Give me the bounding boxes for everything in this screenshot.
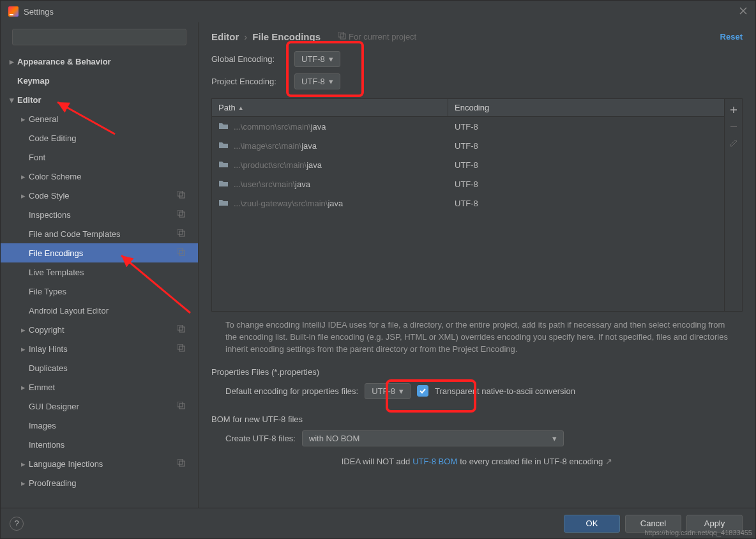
scope-icon <box>178 210 185 220</box>
tree-item-intentions[interactable]: Intentions <box>1 435 198 454</box>
tree-item-label: Language Injections <box>29 459 103 469</box>
scope-icon <box>178 191 185 201</box>
settings-tree[interactable]: ▸Appearance & BehaviorKeymap▾Editor▸Gene… <box>1 50 198 508</box>
tree-item-label: Emmet <box>29 383 55 392</box>
folder-icon <box>218 121 229 132</box>
svg-rect-6 <box>179 231 185 236</box>
chevron-down-icon: ▾ <box>329 77 333 86</box>
external-link-icon: ↗ <box>605 457 612 466</box>
tree-item-proofreading[interactable]: ▸Proofreading <box>1 473 198 492</box>
tree-item-duplicates[interactable]: Duplicates <box>1 358 198 377</box>
tree-item-label: Images <box>29 421 56 430</box>
remove-row-button[interactable] <box>726 118 741 135</box>
chevron-down-icon: ▾ <box>399 386 404 396</box>
tree-item-appearance-behavior[interactable]: ▸Appearance & Behavior <box>1 52 198 71</box>
tree-item-label: File Types <box>29 287 66 296</box>
tree-item-editor[interactable]: ▾Editor <box>1 90 198 109</box>
breadcrumb: Editor › File Encodings For current proj… <box>211 31 416 42</box>
tree-item-file-and-code-templates[interactable]: File and Code Templates <box>1 224 198 243</box>
bom-note: IDEA will NOT add UTF-8 BOM to every cre… <box>211 457 743 466</box>
tree-item-label: Font <box>29 153 45 162</box>
idea-logo-icon <box>8 6 19 17</box>
tree-item-label: Copyright <box>29 325 64 335</box>
native2ascii-checkbox[interactable] <box>417 385 428 397</box>
tree-item-keymap[interactable]: Keymap <box>1 71 198 90</box>
tree-item-color-scheme[interactable]: ▸Color Scheme <box>1 167 198 186</box>
tree-item-label: Inspections <box>29 210 71 220</box>
table-row[interactable]: ...\product\src\main\javaUTF-8 <box>212 155 724 174</box>
tree-item-emmet[interactable]: ▸Emmet <box>1 377 198 397</box>
tree-item-file-encodings[interactable]: File Encodings <box>1 243 198 262</box>
native2ascii-label: Transparent native-to-ascii conversion <box>435 386 575 396</box>
tree-item-font[interactable]: Font <box>1 148 198 167</box>
col-path[interactable]: Path ▲ <box>212 99 448 116</box>
tree-item-label: Live Templates <box>29 268 84 277</box>
scope-icon <box>178 325 185 335</box>
chevron-right-icon: ▸ <box>19 172 27 181</box>
svg-rect-13 <box>178 402 183 407</box>
chevron-right-icon: ▸ <box>19 459 27 469</box>
add-row-button[interactable] <box>726 102 741 118</box>
col-encoding[interactable]: Encoding <box>448 99 724 116</box>
tree-item-code-editing[interactable]: Code Editing <box>1 128 198 148</box>
chevron-down-icon: ▾ <box>329 54 333 64</box>
ok-button[interactable]: OK <box>564 515 620 533</box>
tree-item-code-style[interactable]: ▸Code Style <box>1 186 198 205</box>
tree-item-label: General <box>29 114 58 124</box>
chevron-right-icon: ▸ <box>7 57 16 66</box>
tree-item-general[interactable]: ▸General <box>1 109 198 128</box>
tree-item-label: File and Code Templates <box>29 229 121 239</box>
encoding-table[interactable]: ...\common\src\main\javaUTF-8...\image\s… <box>212 117 724 311</box>
tree-item-inspections[interactable]: Inspections <box>1 205 198 224</box>
default-props-encoding-label: Default encoding for properties files: <box>225 386 358 396</box>
properties-encoding-dropdown[interactable]: UTF-8 ▾ <box>365 383 411 399</box>
svg-rect-9 <box>178 325 183 330</box>
chevron-right-icon: ▸ <box>19 383 27 392</box>
tree-item-label: Intentions <box>29 440 64 450</box>
folder-icon <box>218 160 229 171</box>
search-input[interactable] <box>12 29 186 45</box>
svg-rect-10 <box>179 327 185 332</box>
tree-item-inlay-hints[interactable]: ▸Inlay Hints <box>1 339 198 358</box>
tree-item-label: Proofreading <box>29 478 76 488</box>
scope-icon <box>178 459 185 469</box>
table-row[interactable]: ...\user\src\main\javaUTF-8 <box>212 174 724 194</box>
project-encoding-dropdown[interactable]: UTF-8 ▾ <box>294 73 340 89</box>
table-row[interactable]: ...\zuul-gateway\src\main\javaUTF-8 <box>212 194 724 213</box>
svg-rect-4 <box>179 212 185 217</box>
table-row[interactable]: ...\common\src\main\javaUTF-8 <box>212 117 724 136</box>
folder-icon <box>218 140 229 151</box>
info-text: To change encoding IntelliJ IDEA uses fo… <box>211 312 743 362</box>
global-encoding-dropdown[interactable]: UTF-8 ▾ <box>294 51 340 67</box>
tree-item-android-layout-editor[interactable]: Android Layout Editor <box>1 301 198 320</box>
reset-link[interactable]: Reset <box>720 32 743 42</box>
svg-rect-11 <box>178 344 183 349</box>
svg-rect-7 <box>178 248 183 254</box>
properties-section-title: Properties Files (*.properties) <box>211 367 743 377</box>
table-row[interactable]: ...\image\src\main\javaUTF-8 <box>212 136 724 155</box>
tree-item-language-injections[interactable]: ▸Language Injections <box>1 454 198 473</box>
tree-item-gui-designer[interactable]: GUI Designer <box>1 397 198 416</box>
scope-icon <box>178 229 185 239</box>
chevron-down-icon: ▾ <box>552 434 557 443</box>
svg-rect-14 <box>179 404 185 409</box>
bom-dropdown[interactable]: with NO BOM ▾ <box>302 430 564 446</box>
tree-item-images[interactable]: Images <box>1 416 198 435</box>
tree-item-label: Editor <box>17 95 42 105</box>
tree-item-label: Color Scheme <box>29 172 81 181</box>
close-button[interactable] <box>739 6 748 17</box>
svg-rect-17 <box>338 32 344 37</box>
bom-link[interactable]: UTF-8 BOM <box>412 457 457 466</box>
global-encoding-label: Global Encoding: <box>211 54 288 64</box>
tree-item-live-templates[interactable]: Live Templates <box>1 262 198 282</box>
svg-rect-18 <box>340 34 345 39</box>
tree-item-file-types[interactable]: File Types <box>1 282 198 301</box>
help-button[interactable]: ? <box>10 517 24 531</box>
edit-row-button[interactable] <box>726 135 741 151</box>
folder-icon <box>218 198 229 209</box>
tree-item-copyright[interactable]: ▸Copyright <box>1 320 198 339</box>
scope-icon <box>178 344 185 354</box>
chevron-right-icon: ▸ <box>19 325 27 335</box>
watermark: https://blog.csdn.net/qq_41833455 <box>644 529 752 536</box>
tree-item-label: Code Editing <box>29 133 76 143</box>
